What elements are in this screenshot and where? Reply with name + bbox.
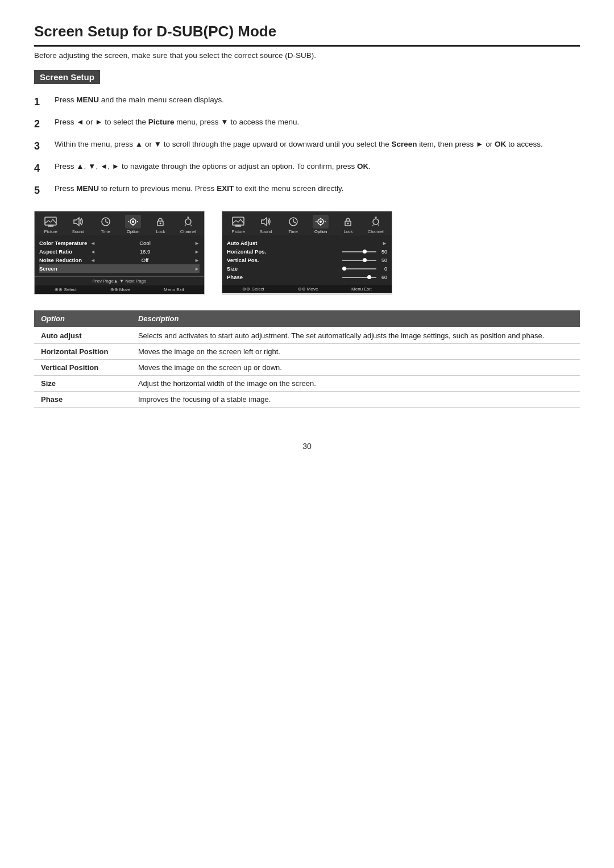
svg-point-9 xyxy=(132,221,134,223)
options-table: Option Description Auto adjust Selects a… xyxy=(34,310,580,408)
left-row-noise: Noise Reduction ◄ Off ► xyxy=(39,256,200,264)
right-menu-icons: Picture Sound Time Option xyxy=(222,211,392,235)
svg-point-30 xyxy=(320,221,322,223)
menu-panels: Picture Sound Time Option xyxy=(34,211,580,294)
sound-icon xyxy=(70,215,86,229)
desc-size: Adjust the horizontal width of the image… xyxy=(131,376,580,392)
right-menu-controls: ⊛⊛ Select ⊛⊛ Move Menu Exit xyxy=(222,285,392,293)
step-text-3: Within the menu, press ▲ or ▼ to scroll … xyxy=(55,139,580,150)
step-num-4: 4 xyxy=(34,161,55,176)
step-2: 2 Press ◄ or ► to select the Picture men… xyxy=(34,117,580,132)
left-ctrl-exit: Menu Exit xyxy=(164,287,184,292)
svg-marker-4 xyxy=(74,218,79,226)
right-row-phase-bar: 60 xyxy=(272,275,387,280)
picture-icon xyxy=(43,215,59,229)
right-row-size: Size 0 xyxy=(227,264,387,273)
step-3: 3 Within the menu, press ▲ or ▼ to scrol… xyxy=(34,139,580,154)
horiz-bar-line xyxy=(342,251,376,252)
svg-point-37 xyxy=(373,219,379,225)
svg-line-7 xyxy=(106,222,108,223)
vert-bar-line xyxy=(342,260,376,261)
option-horiz-pos: Horizontal Position xyxy=(34,344,131,360)
left-menu-controls: ⊛⊛ Select ⊛⊛ Move Menu Exit xyxy=(35,285,204,294)
right-sound-icon xyxy=(258,215,273,229)
right-icon-sound: Sound xyxy=(255,215,276,234)
right-row-auto-adjust: Auto Adjust ► xyxy=(227,239,387,247)
right-picture-icon xyxy=(230,215,246,229)
right-row-vert-val: 50 xyxy=(378,258,387,263)
left-row-aspect: Aspect Ratio ◄ 16:9 ► xyxy=(39,247,200,256)
table-row: Phase Improves the focusing of a stable … xyxy=(34,392,580,408)
left-row-color-temp-val: Cool xyxy=(96,240,194,246)
desc-vert-pos: Moves the image on the screen up or down… xyxy=(131,360,580,376)
option-phase: Phase xyxy=(34,392,131,408)
left-icon-lock: Lock xyxy=(150,215,171,234)
left-row-color-temp-label: Color Temperature xyxy=(39,240,90,246)
right-row-size-val: 0 xyxy=(378,266,387,272)
right-ctrl-select: ⊛⊛ Select xyxy=(242,286,264,292)
right-row-phase-val: 60 xyxy=(378,275,387,280)
right-lock-icon xyxy=(340,215,356,229)
right-time-icon xyxy=(285,215,301,229)
left-row-aspect-val: 16:9 xyxy=(96,248,194,255)
left-icon-channel-label: Channel xyxy=(180,229,196,234)
right-icon-sound-label: Sound xyxy=(260,229,272,234)
right-option-icon xyxy=(313,215,329,229)
right-icon-channel: Channel xyxy=(366,215,386,234)
step-1: 1 Press MENU and the main menu screen di… xyxy=(34,94,580,110)
section-heading: Screen Setup xyxy=(34,70,100,84)
left-ctrl-select: ⊛⊛ Select xyxy=(55,287,76,292)
size-bar-line xyxy=(342,268,376,269)
channel-icon xyxy=(180,215,196,229)
desc-phase: Improves the focusing of a stable image. xyxy=(131,392,580,408)
table-row: Auto adjust Selects and activates to sta… xyxy=(34,327,580,344)
right-row-vert-bar: 50 xyxy=(272,258,387,263)
right-icon-time-label: Time xyxy=(289,229,298,234)
svg-line-20 xyxy=(190,225,192,226)
steps-list: 1 Press MENU and the main menu screen di… xyxy=(34,94,580,198)
left-icon-picture: Picture xyxy=(40,215,61,234)
step-text-4: Press ▲, ▼, ◄, ► to navigate through the… xyxy=(55,161,580,172)
step-num-1: 1 xyxy=(34,94,55,110)
svg-line-40 xyxy=(372,225,374,226)
svg-marker-25 xyxy=(262,218,267,226)
left-row-color-temp: Color Temperature ◄ Cool ► xyxy=(39,239,200,247)
step-text-1: Press MENU and the main menu screen disp… xyxy=(55,94,580,106)
left-row-aspect-label: Aspect Ratio xyxy=(39,248,90,255)
right-icon-lock-label: Lock xyxy=(344,229,353,234)
left-menu-footer: Prev Page▲ ▼ Next Page xyxy=(35,276,204,285)
horiz-bar-thumb xyxy=(363,250,367,254)
col-option: Option xyxy=(34,310,131,327)
right-row-horiz-bar: 50 xyxy=(272,249,387,255)
table-row: Size Adjust the horizontal width of the … xyxy=(34,376,580,392)
left-row-noise-val: Off xyxy=(96,257,194,263)
right-row-auto-adjust-arrow: ► xyxy=(382,240,387,246)
left-icon-time-label: Time xyxy=(101,229,110,234)
right-icon-channel-label: Channel xyxy=(368,229,384,234)
desc-horiz-pos: Moves the image on the screen left or ri… xyxy=(131,344,580,360)
left-icon-time: Time xyxy=(96,215,116,234)
right-ctrl-move: ⊛⊛ Move xyxy=(298,286,318,292)
left-menu-icons: Picture Sound Time Option xyxy=(35,211,204,235)
page-number: 30 xyxy=(34,442,580,451)
right-row-horiz-val: 50 xyxy=(378,249,387,255)
left-ctrl-move: ⊛⊛ Move xyxy=(110,287,131,292)
option-vert-pos: Vertical Position xyxy=(34,360,131,376)
options-table-header: Option Description xyxy=(34,310,580,327)
right-channel-icon xyxy=(368,215,384,229)
left-icon-lock-label: Lock xyxy=(156,229,165,234)
col-description: Description xyxy=(131,310,580,327)
right-row-vert-label: Vertical Pos. xyxy=(227,257,272,263)
left-row-screen-label: Screen xyxy=(39,265,90,272)
right-ctrl-exit: Menu Exit xyxy=(351,286,372,292)
intro-text: Before adjusting the screen, make sure t… xyxy=(34,51,580,60)
lock-icon xyxy=(152,215,168,229)
right-icon-picture: Picture xyxy=(228,215,248,234)
right-menu: Picture Sound Time Option xyxy=(222,211,392,294)
step-5: 5 Press MENU to return to previous menu.… xyxy=(34,183,580,198)
left-icon-option-label: Option xyxy=(127,229,139,234)
left-menu: Picture Sound Time Option xyxy=(34,211,205,294)
right-icon-time: Time xyxy=(283,215,304,234)
right-row-phase-label: Phase xyxy=(227,274,272,280)
left-row-noise-label: Noise Reduction xyxy=(39,257,90,263)
